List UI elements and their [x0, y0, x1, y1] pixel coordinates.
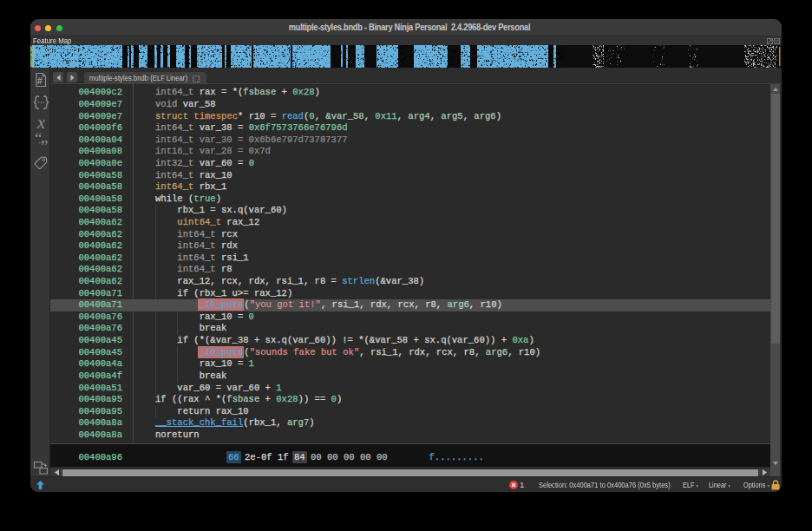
svg-text:”: ”	[41, 137, 48, 155]
svg-text:#: #	[37, 75, 43, 86]
